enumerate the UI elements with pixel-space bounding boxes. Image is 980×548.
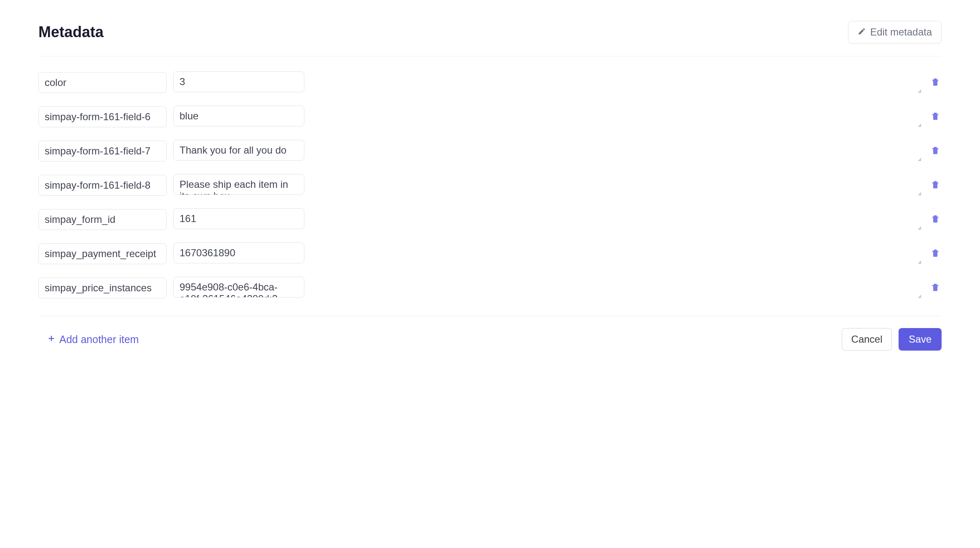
metadata-key-input[interactable]: [38, 175, 167, 196]
svg-rect-6: [933, 149, 937, 154]
edit-metadata-label: Edit metadata: [870, 26, 932, 38]
svg-rect-15: [933, 251, 937, 256]
svg-rect-3: [933, 114, 937, 119]
trash-icon: [931, 111, 940, 123]
metadata-value-input[interactable]: [173, 174, 304, 195]
metadata-key-input[interactable]: [38, 106, 167, 127]
plus-icon: [47, 333, 56, 346]
metadata-value-wrapper: [173, 208, 922, 231]
header-divider: [38, 56, 942, 56]
metadata-key-input[interactable]: [38, 72, 167, 93]
trash-icon: [931, 248, 940, 260]
metadata-row: [38, 140, 942, 162]
metadata-value-input[interactable]: [173, 106, 304, 126]
trash-icon: [931, 214, 940, 225]
metadata-value-wrapper: [173, 71, 922, 94]
metadata-key-input[interactable]: [38, 243, 167, 264]
metadata-value-wrapper: [173, 277, 922, 299]
svg-rect-0: [933, 80, 937, 85]
edit-metadata-button[interactable]: Edit metadata: [848, 21, 942, 43]
delete-row-button[interactable]: [929, 247, 942, 261]
svg-rect-18: [933, 285, 937, 290]
header: Metadata Edit metadata: [38, 21, 942, 43]
metadata-value-wrapper: [173, 106, 922, 128]
delete-row-button[interactable]: [929, 281, 942, 295]
metadata-value-input[interactable]: [173, 71, 304, 92]
metadata-row: [38, 106, 942, 128]
svg-rect-9: [933, 183, 937, 188]
metadata-row: [38, 71, 942, 94]
cancel-button[interactable]: Cancel: [842, 328, 892, 351]
metadata-row: [38, 277, 942, 299]
pencil-icon: [858, 26, 866, 38]
delete-row-button[interactable]: [929, 144, 942, 159]
delete-row-button[interactable]: [929, 212, 942, 227]
metadata-value-input[interactable]: [173, 242, 304, 263]
trash-icon: [931, 77, 940, 88]
metadata-row: [38, 174, 942, 197]
delete-row-button[interactable]: [929, 110, 942, 124]
metadata-row: [38, 242, 942, 265]
svg-rect-12: [933, 217, 937, 222]
delete-row-button[interactable]: [929, 76, 942, 90]
footer-divider: [38, 316, 942, 316]
add-another-item-label: Add another item: [59, 333, 139, 346]
metadata-value-input[interactable]: [173, 208, 304, 229]
metadata-row: [38, 208, 942, 231]
metadata-value-input[interactable]: [173, 277, 304, 298]
metadata-value-wrapper: [173, 140, 922, 162]
delete-row-button[interactable]: [929, 178, 942, 193]
trash-icon: [931, 180, 940, 191]
metadata-key-input[interactable]: [38, 278, 167, 298]
add-another-item-button[interactable]: Add another item: [38, 330, 147, 349]
metadata-value-wrapper: [173, 242, 922, 265]
footer: Add another item Cancel Save: [38, 328, 942, 351]
trash-icon: [931, 283, 940, 294]
metadata-value-wrapper: [173, 174, 922, 197]
page-title: Metadata: [38, 23, 104, 41]
metadata-key-input[interactable]: [38, 209, 167, 230]
metadata-rows: [38, 71, 942, 299]
save-button[interactable]: Save: [899, 328, 942, 351]
trash-icon: [931, 146, 940, 157]
footer-actions: Cancel Save: [842, 328, 942, 351]
metadata-key-input[interactable]: [38, 141, 167, 162]
metadata-value-input[interactable]: [173, 140, 304, 161]
